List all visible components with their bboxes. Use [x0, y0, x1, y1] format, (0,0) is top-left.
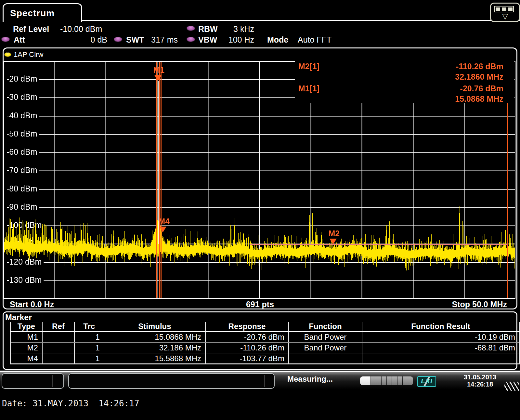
marker-m1-label[interactable]: M1 [153, 65, 165, 75]
att-value[interactable]: 0 dB [75, 35, 107, 45]
marker-table-header-ref: Ref [42, 322, 74, 332]
sweep-points-label: 691 pts [228, 300, 292, 309]
trace1-legend-label: 1AP Clrw [14, 50, 43, 59]
marker-table-header-stimulus: Stimulus [104, 322, 205, 332]
instrument-screen: Spectrum ▽ Ref Level -10.00 dBm RBW 3 kH… [0, 0, 520, 420]
readout-m1-freq: 15.0868 MHz [455, 94, 503, 104]
sweep-progress-bar [360, 376, 413, 385]
marker-m1-icon[interactable] [154, 75, 162, 81]
marker-table-cell [42, 332, 74, 343]
statusbar-datetime: 31.05.2013 14:26:18 [459, 374, 501, 388]
readout-m2-level: -110.26 dBm [456, 62, 503, 71]
marker-table-header-type: Type [10, 322, 42, 332]
marker-table-cell: 15.0868 MHz [104, 332, 205, 343]
statusbar-date: 31.05.2013 [459, 374, 501, 381]
readout-m1-label: M1[1] [298, 84, 319, 93]
marker-table-cell: 32.186 MHz [104, 342, 205, 353]
progress-segment [392, 376, 397, 385]
att-coupling-icon [1, 37, 10, 42]
trace1-color-icon [4, 52, 11, 57]
vbw-coupling-icon [187, 37, 195, 42]
marker-table-cell: -20.76 dBm [205, 332, 289, 343]
tab-row-divider [80, 20, 520, 21]
readout-m2-freq: 32.1860 MHz [455, 72, 503, 82]
marker-table-cell: M1 [10, 332, 42, 343]
progress-segment [371, 376, 376, 385]
marker-table-cell: -110.26 dBm [205, 342, 289, 353]
rbw-value[interactable]: 3 kHz [214, 24, 254, 34]
progress-segment [403, 376, 408, 385]
mode-label: Mode [267, 35, 288, 45]
marker-panel-title: Marker [5, 313, 32, 322]
lxi-status-icon[interactable]: LXI [417, 376, 436, 387]
marker-table: TypeRefTrcStimulusResponseFunctionFuncti… [10, 322, 520, 364]
softkey-slot-main[interactable] [68, 373, 275, 389]
table-row: M1115.0868 MHz-20.76 dBmBand Power-10.19… [10, 332, 520, 343]
readout-m1-level: -20.76 dBm [460, 84, 503, 93]
mode-value[interactable]: Auto FFT [298, 35, 332, 45]
progress-segment [360, 376, 365, 385]
vbw-value[interactable]: 100 Hz [214, 35, 254, 45]
marker-table-cell: Band Power [289, 332, 362, 343]
screenshot-date-caption: Date: 31.MAY.2013 14:26:17 [2, 399, 139, 408]
resize-grip-icon[interactable] [504, 382, 519, 391]
marker-table-header-trc: Trc [74, 322, 104, 332]
marker-m4-label[interactable]: M4 [158, 217, 170, 226]
tab-spectrum-label: Spectrum [4, 8, 55, 19]
marker-table-cell: -10.19 dBm [362, 332, 520, 343]
lxi-label: LXI [418, 377, 436, 385]
swt-coupling-icon [114, 37, 122, 42]
marker-table-cell [362, 353, 520, 364]
tab-spectrum[interactable]: Spectrum [3, 3, 82, 22]
progress-segment [397, 376, 402, 385]
table-row: M2132.186 MHz-110.26 dBmBand Power-68.81… [10, 342, 520, 353]
progress-segment [365, 376, 370, 385]
marker-table-cell: -103.77 dBm [205, 353, 289, 364]
measurement-status-text: Measuring... [287, 374, 333, 384]
marker-table-cell [42, 353, 74, 364]
progress-segment [408, 376, 413, 385]
marker-m2-icon[interactable] [330, 239, 337, 244]
progress-segment [382, 376, 386, 385]
rbw-coupling-icon [187, 26, 195, 31]
marker-table-body: M1115.0868 MHz-20.76 dBmBand Power-10.19… [10, 332, 520, 364]
marker-table-cell: Band Power [289, 342, 362, 353]
ref-level-value[interactable]: -10.00 dBm [60, 24, 102, 34]
marker-table-cell: 1 [74, 332, 104, 343]
softkey-slot-left[interactable] [2, 373, 64, 389]
marker-readout-panel: M2[1] -110.26 dBm 32.1860 MHz M1[1] -20.… [295, 61, 514, 103]
marker-table-cell: M4 [10, 353, 42, 364]
progress-segment [376, 376, 381, 385]
start-frequency-label: Start 0.0 Hz [10, 300, 54, 309]
statusbar-divider [0, 371, 520, 372]
table-row: M4115.5868 MHz-103.77 dBm [10, 353, 520, 364]
marker-m2-label[interactable]: M2 [329, 229, 340, 238]
att-label: Att [14, 35, 25, 45]
readout-m2-label: M2[1] [298, 62, 319, 71]
swt-value[interactable]: 317 ms [151, 35, 178, 45]
marker-table-header-response: Response [205, 322, 289, 332]
marker-table-head: TypeRefTrcStimulusResponseFunctionFuncti… [10, 322, 520, 332]
chevron-down-icon: ▽ [491, 12, 519, 20]
marker-table-cell: 15.5868 MHz [104, 353, 205, 364]
marker-table-cell: M2 [10, 342, 42, 353]
statusbar-time: 14:26:18 [459, 381, 501, 388]
marker-table-header-function-result: Function Result [362, 322, 520, 332]
marker-table-cell [42, 342, 74, 353]
marker-table-cell [289, 353, 362, 364]
display-layout-button[interactable]: ▽ [490, 3, 520, 22]
marker-table-cell: 1 [74, 342, 104, 353]
stop-frequency-label: Stop 50.0 MHz [390, 300, 507, 309]
marker-table-cell: -68.81 dBm [362, 342, 520, 353]
trace-legend: 1AP Clrw [4, 50, 43, 59]
progress-segment [387, 376, 392, 385]
marker-m4-icon[interactable] [159, 227, 166, 232]
window-cells-icon [494, 6, 514, 12]
ref-level-label: Ref Level [13, 24, 49, 34]
marker-table-cell: 1 [74, 353, 104, 364]
swt-label: SWT [126, 35, 144, 45]
marker-table-header-function: Function [289, 322, 362, 332]
